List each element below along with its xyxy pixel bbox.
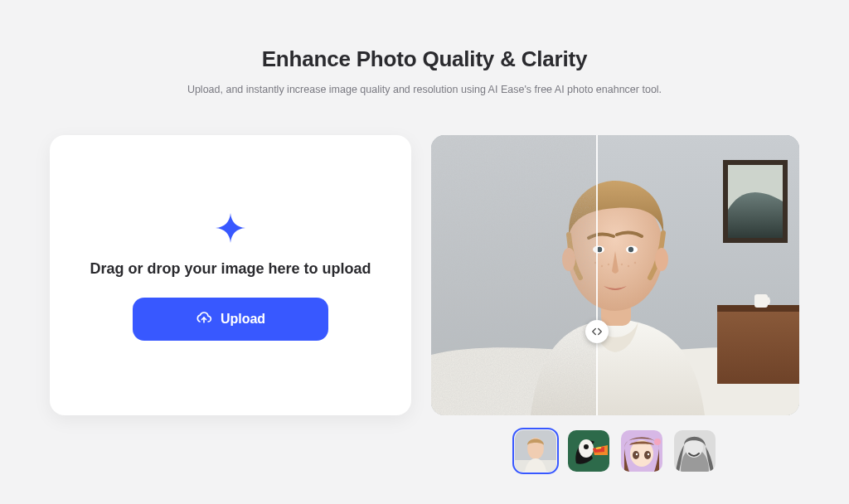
svg-point-17 [601,265,603,267]
page-header: Enhance Photo Quality & Clarity Upload, … [0,0,849,95]
svg-point-19 [621,264,623,265]
svg-point-20 [628,265,629,267]
cloud-upload-icon [196,309,212,329]
svg-rect-5 [754,294,768,308]
svg-point-15 [628,247,633,252]
comparison-slider-handle[interactable] [585,320,609,343]
page-title: Enhance Photo Quality & Clarity [0,46,849,72]
sparkle-icon [213,211,248,245]
svg-point-34 [636,453,638,455]
svg-point-29 [584,444,589,449]
svg-point-32 [633,451,639,459]
svg-point-36 [654,439,661,445]
preview-column [431,135,799,472]
dropzone-label: Drag or drop your image here to upload [90,260,371,278]
svg-rect-23 [596,135,598,415]
upload-button-label: Upload [221,312,265,327]
sample-thumb-portrait[interactable] [515,430,556,472]
sample-thumb-bw-portrait[interactable] [674,430,716,472]
svg-point-18 [608,264,609,265]
main-row: Drag or drop your image here to upload U… [0,95,849,472]
upload-dropzone[interactable]: Drag or drop your image here to upload U… [50,135,411,415]
comparison-preview[interactable] [431,135,799,415]
svg-rect-22 [431,135,597,415]
sample-thumb-anime[interactable] [621,430,662,472]
svg-point-11 [655,248,668,271]
page-subtitle: Upload, and instantly increase image qua… [0,84,849,95]
svg-rect-3 [717,309,799,384]
svg-point-35 [648,453,649,455]
upload-button[interactable]: Upload [133,298,328,341]
sample-thumb-puffin[interactable] [568,430,609,472]
svg-point-33 [644,451,651,459]
svg-point-21 [634,262,636,264]
sample-thumbnails [515,430,716,472]
drag-horizontal-icon [591,326,603,337]
